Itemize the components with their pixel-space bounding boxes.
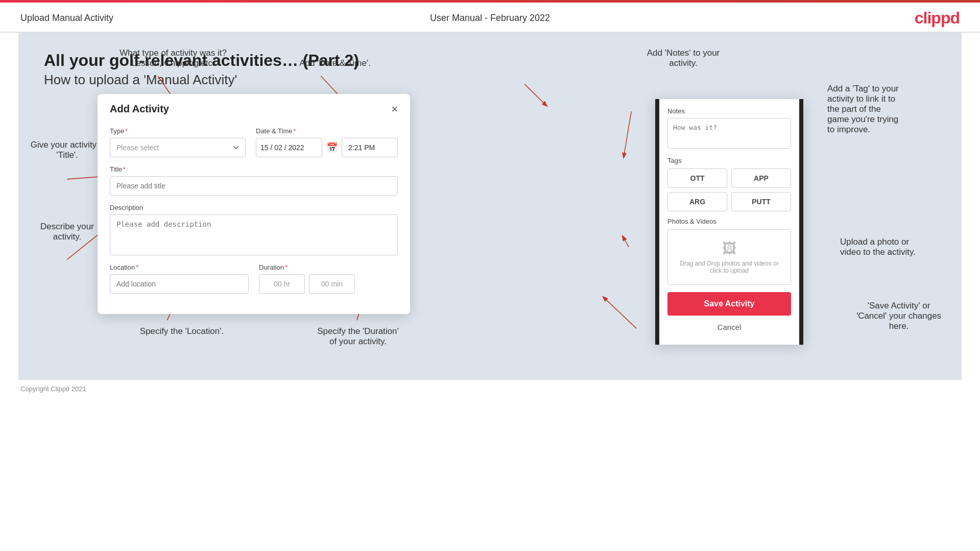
type-select[interactable]: Please select [110, 138, 246, 157]
form-group-description: Description [110, 204, 398, 255]
description-textarea[interactable] [110, 214, 398, 255]
modal-header: Add Activity × [98, 94, 410, 122]
svg-line-9 [603, 297, 636, 328]
annotation-photos: Upload a photo or video to the activity. [840, 237, 958, 257]
date-input[interactable] [256, 138, 322, 157]
save-activity-button[interactable]: Save Activity [667, 292, 791, 316]
modal-title: Add Activity [110, 103, 169, 115]
svg-line-7 [624, 111, 631, 157]
add-activity-modal: Add Activity × Type* Please select Date … [98, 94, 410, 314]
form-group-title: Title* [110, 165, 398, 196]
title-input[interactable] [110, 176, 398, 196]
tag-arg[interactable]: ARG [667, 192, 727, 211]
form-group-datetime: Date & Time* 📅 [256, 127, 398, 157]
copyright: Copyright Clippd 2021 [0, 380, 980, 398]
top-bar: Upload Manual Activity User Manual - Feb… [0, 3, 980, 33]
duration-label: Duration* [259, 263, 398, 271]
photos-drag-text: Drag and Drop photos and videos or click… [678, 260, 780, 274]
annotation-location: Specify the 'Location'. [121, 326, 243, 337]
svg-line-8 [623, 236, 629, 247]
tags-grid: OTT APP ARG PUTT [667, 169, 791, 211]
form-row-title: Title* [110, 165, 398, 196]
logo: clippd [915, 9, 960, 28]
location-input[interactable] [110, 274, 249, 294]
main-content: All your golf-relevant activities… (Part… [18, 33, 962, 380]
form-group-type: Type* Please select [110, 127, 246, 157]
duration-min-input[interactable] [309, 274, 355, 294]
duration-hr-input[interactable] [259, 274, 305, 294]
notes-section-label: Notes [667, 107, 791, 115]
tag-app[interactable]: APP [731, 169, 791, 188]
annotation-what-type: What type of activity was it? Lesson, Ch… [114, 48, 232, 68]
annotation-title: Give your activity a 'Title'. [28, 140, 107, 160]
location-label: Location* [110, 263, 249, 271]
cancel-button[interactable]: Cancel [667, 318, 791, 337]
annotation-date-time: Add 'Date & Time'. [284, 58, 386, 68]
title-label: Title* [110, 165, 398, 173]
form-row-type-datetime: Type* Please select Date & Time* 📅 [110, 127, 398, 157]
type-label: Type* [110, 127, 246, 135]
photos-section-label: Photos & Videos [667, 218, 791, 225]
duration-group [259, 274, 398, 294]
tag-putt[interactable]: PUTT [731, 192, 791, 211]
annotation-describe: Describe your activity. [28, 222, 107, 242]
annotation-duration: Specify the 'Duration' of your activity. [289, 326, 427, 347]
phone-inner: Notes Tags OTT APP ARG PUTT Photos & Vid… [659, 99, 799, 345]
annotation-save: 'Save Activity' or 'Cancel' your changes… [840, 301, 958, 331]
form-group-location: Location* [110, 263, 249, 294]
phone-panel: Notes Tags OTT APP ARG PUTT Photos & Vid… [655, 99, 803, 345]
top-bar-center-label: User Manual - February 2022 [430, 13, 550, 23]
calendar-icon[interactable]: 📅 [326, 142, 338, 153]
description-label: Description [110, 204, 398, 211]
modal-body: Type* Please select Date & Time* 📅 [98, 122, 410, 314]
datetime-label: Date & Time* [256, 127, 398, 135]
form-row-location-duration: Location* Duration* [110, 263, 398, 294]
datetime-group: 📅 [256, 138, 398, 157]
page-title-sub: How to upload a 'Manual Activity' [44, 72, 936, 88]
tag-ott[interactable]: OTT [667, 169, 727, 188]
time-input[interactable] [342, 138, 398, 157]
form-group-duration: Duration* [259, 263, 398, 294]
photos-dropzone[interactable]: 🖼 Drag and Drop photos and videos or cli… [667, 229, 791, 285]
photo-icon: 🖼 [678, 240, 780, 257]
form-row-description: Description [110, 204, 398, 255]
notes-textarea[interactable] [667, 118, 791, 149]
close-button[interactable]: × [391, 104, 398, 115]
tags-section-label: Tags [667, 157, 791, 164]
top-bar-left-label: Upload Manual Activity [20, 13, 113, 23]
annotation-notes: Add 'Notes' to your activity. [630, 48, 737, 68]
annotation-tags: Add a 'Tag' to your activity to link it … [827, 84, 958, 135]
